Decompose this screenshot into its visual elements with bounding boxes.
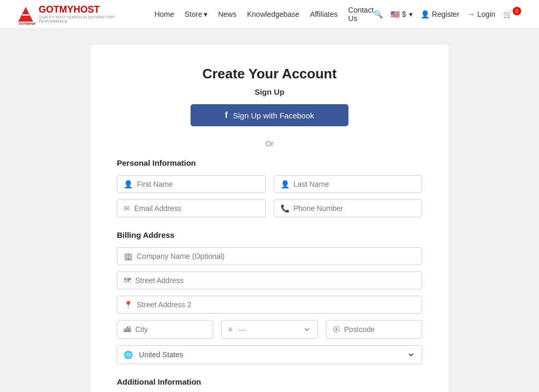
nav-news[interactable]: News (218, 10, 236, 18)
facebook-signup-button[interactable]: f Sign Up with Facebook (191, 104, 348, 126)
phone-group: 📞 (274, 199, 423, 217)
city-icon: 🏙 (124, 325, 131, 334)
flag-icon: 🇺🇸 (391, 10, 400, 18)
nav-store[interactable]: Store ▾ (185, 10, 207, 18)
country-row: 🌐 United States (117, 345, 422, 364)
page-title: Create Your Account (117, 66, 422, 82)
login-link[interactable]: → Login (467, 10, 495, 18)
register-link[interactable]: 👤 Register (421, 10, 460, 18)
logo-text: GOTMYHOST QUALITY HOST SEARCH IN SATISFA… (39, 5, 139, 23)
user-icon: 👤 (421, 10, 430, 18)
email-input[interactable] (134, 204, 259, 213)
map-icon: 🗺 (124, 276, 131, 285)
street-row: 🗺 (117, 272, 422, 289)
signup-label: Sign Up (117, 87, 422, 96)
header-right: 🔍 🇺🇸 $ ▾ 👤 Register → Login 🛒 0 (374, 10, 523, 18)
location-icon: 📍 (124, 300, 133, 309)
currency-label: $ (402, 10, 406, 18)
postcode-icon: ⦿ (333, 325, 340, 334)
search-button[interactable]: 🔍 (374, 10, 383, 18)
nav-contact[interactable]: Contact Us (348, 6, 374, 23)
billing-section-title: Billing Address (117, 230, 422, 239)
cart-badge: 0 (513, 7, 521, 15)
logo-icon: GOTMYHOST (16, 4, 36, 25)
svg-text:GOTMYHOST: GOTMYHOST (19, 22, 36, 25)
company-group: 🏢 (117, 247, 422, 265)
svg-rect-1 (22, 14, 29, 16)
state-icon: ≡ (228, 325, 232, 334)
first-name-input[interactable] (137, 180, 259, 188)
postcode-group: ⦿ (326, 320, 422, 339)
login-icon: → (467, 10, 475, 18)
person-icon-2: 👤 (281, 180, 290, 188)
main-nav: Home Store ▾ News Knowledgebase Affiliat… (154, 6, 373, 23)
search-icon: 🔍 (374, 10, 383, 18)
page-content: Create Your Account Sign Up f Sign Up wi… (0, 29, 539, 392)
registration-card: Create Your Account Sign Up f Sign Up wi… (91, 45, 448, 392)
phone-input[interactable] (294, 204, 416, 213)
or-divider: Or (117, 139, 422, 148)
contact-row: ✉ 📞 (117, 199, 422, 217)
company-row: 🏢 (117, 247, 422, 265)
state-select[interactable]: — (237, 325, 311, 334)
street2-input[interactable] (137, 300, 415, 309)
country-group: 🌐 United States (117, 345, 422, 364)
city-group: 🏙 (117, 320, 213, 339)
last-name-group: 👤 (274, 175, 423, 193)
personal-section-title: Personal Information (117, 158, 422, 167)
site-header: GOTMYHOST GOTMYHOST QUALITY HOST SEARCH … (0, 0, 539, 29)
street-group: 🗺 (117, 272, 422, 289)
nav-affiliates[interactable]: Affiliates (310, 10, 338, 18)
header-left: GOTMYHOST GOTMYHOST QUALITY HOST SEARCH … (16, 4, 374, 25)
phone-icon: 📞 (281, 204, 290, 213)
chevron-down-icon: ▾ (204, 10, 207, 18)
currency-selector[interactable]: 🇺🇸 $ ▾ (391, 10, 413, 18)
street-input[interactable] (135, 276, 415, 285)
logo[interactable]: GOTMYHOST GOTMYHOST QUALITY HOST SEARCH … (16, 4, 138, 25)
city-state-zip-row: 🏙 ≡ — ⦿ (117, 320, 422, 339)
first-name-group: 👤 (117, 175, 266, 193)
street2-row: 📍 (117, 296, 422, 314)
name-row: 👤 👤 (117, 175, 422, 193)
cart-button[interactable]: 🛒 0 (503, 10, 523, 18)
person-icon: 👤 (124, 180, 133, 188)
nav-home[interactable]: Home (154, 10, 174, 18)
email-icon: ✉ (124, 204, 130, 213)
globe-icon: 🌐 (124, 350, 133, 359)
company-input[interactable] (137, 252, 415, 260)
cart-icon: 🛒 (503, 10, 512, 18)
street2-group: 📍 (117, 296, 422, 314)
city-input[interactable] (135, 325, 206, 334)
postcode-input[interactable] (344, 325, 415, 334)
facebook-icon: f (225, 110, 227, 120)
last-name-input[interactable] (294, 180, 416, 188)
country-select[interactable]: United States (137, 350, 415, 359)
building-icon: 🏢 (124, 252, 133, 260)
chevron-down-icon: ▾ (409, 10, 413, 18)
additional-section-title: Additional Information (117, 377, 422, 386)
nav-knowledgebase[interactable]: Knowledgebase (247, 10, 300, 18)
state-group: ≡ — (221, 320, 317, 339)
email-group: ✉ (117, 199, 266, 217)
